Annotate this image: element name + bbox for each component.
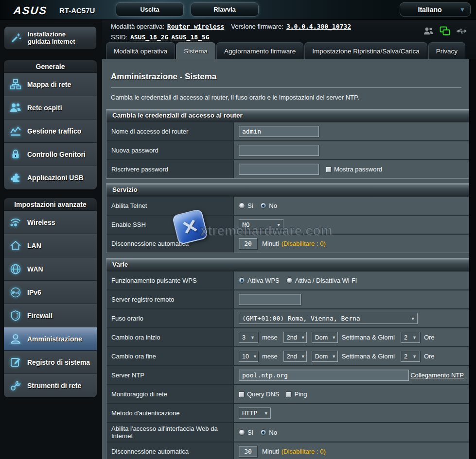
chevron-down-icon: ▼ [278, 222, 280, 227]
ntp-link[interactable]: Collegamento NTP [410, 372, 464, 379]
sidebar-item-label: WAN [27, 265, 90, 273]
language-dropdown[interactable]: Italiano ▼ [400, 2, 471, 17]
tab-system[interactable]: Sistema [176, 42, 215, 59]
show-password-checkbox[interactable] [326, 167, 332, 172]
sidebar-item-ipv6[interactable]: IPv6 IPv6 [4, 281, 97, 304]
chevron-down-icon: ▼ [412, 316, 414, 321]
sidebar-item-firewall[interactable]: Firewall [4, 304, 97, 327]
dst-end-day-select[interactable]: Dom▼ [312, 351, 338, 362]
dst-start-week-select[interactable]: 2nd▼ [283, 332, 307, 343]
tab-bar: Modalità operativa Sistema Aggiornamento… [106, 42, 465, 59]
select-value: (GMT+01:00) Roma, Vienna, Berna [242, 315, 360, 322]
disable-hint: (Disabilitare : 0) [282, 240, 326, 247]
credentials-table: Cambia le credenziali di accesso al rout… [106, 109, 469, 179]
field-label: Monitoraggio di rete [111, 391, 167, 398]
sidebar-item-guest-network[interactable]: Rete ospiti [4, 96, 97, 119]
tab-restore-save-upload[interactable]: Impostazione Ripristina/Salva/Carica [304, 42, 427, 59]
clients-icon[interactable] [423, 26, 434, 36]
dst-start-hour-select[interactable]: 2▼ [401, 332, 420, 343]
field-label: Nuova password [111, 147, 159, 154]
sidebar-item-label: Rete ospiti [27, 104, 90, 112]
sidebar-item-usb-applications[interactable]: Applicazioni USB [4, 166, 97, 189]
table-row: Enable SSH NO ▼ [106, 215, 469, 234]
field-label: Server NTP [111, 372, 144, 379]
sidebar-item-network-map[interactable]: Mappa di rete [4, 73, 97, 96]
page-description: Cambia le credenziali di accesso al rout… [111, 94, 359, 101]
header-line-1: Modalità operativa:Router wirelessVersio… [111, 23, 351, 30]
dst-end-week-select[interactable]: 2nd▼ [283, 351, 307, 362]
ssid-2g-link[interactable]: ASUS_18_2G [130, 34, 168, 41]
sidebar-item-label: IPv6 [27, 289, 90, 296]
unit-label: Settimana & Giorni [342, 334, 395, 341]
sidebar-item-lan[interactable]: LAN [4, 234, 97, 257]
sidebar-item-administration[interactable]: Amministrazione [4, 327, 97, 351]
remote-log-server-input[interactable] [239, 294, 301, 305]
sidebar-item-label: Amministrazione [27, 335, 90, 343]
sidebar-item-wan[interactable]: WAN [4, 257, 97, 281]
sidebar-item-wireless[interactable]: Wireless [4, 211, 97, 234]
sidebar-item-parental-controls[interactable]: Controllo Genitori [4, 143, 97, 166]
dst-end-hour-select[interactable]: 2▼ [401, 351, 420, 362]
disable-hint: (Disabilitare : 0) [282, 448, 326, 455]
field-label: Abilita l'accesso all'interfaccia Web da… [111, 425, 228, 440]
auth-method-select[interactable]: HTTP ▼ [239, 408, 271, 419]
sidebar-item-label: LAN [27, 242, 90, 250]
note-pencil-icon [4, 356, 27, 369]
sidebar-item-system-log[interactable]: Registro di sistema [4, 351, 97, 374]
usb-icon[interactable] [456, 26, 468, 36]
table-row: Abilita Telnet Sì No [106, 196, 469, 215]
language-value: Italiano [400, 6, 459, 14]
radio-label: Attiva / Disattiva Wi-Fi [295, 277, 357, 284]
house-icon [4, 239, 27, 252]
dst-start-day-select[interactable]: Dom▼ [312, 332, 338, 343]
section-header: Cambia le credenziali di accesso al rout… [106, 109, 469, 121]
login-name-input[interactable] [239, 126, 319, 137]
traffic-chart-icon [4, 125, 27, 137]
web-access-no-radio[interactable] [260, 429, 266, 436]
sidebar-item-traffic-manager[interactable]: Gestione traffico [4, 119, 97, 143]
logout-button[interactable]: Uscita [116, 2, 184, 17]
misc-table: Varie Funzionamento pulsante WPS Attiva … [106, 258, 469, 459]
firmware-link[interactable]: 3.0.0.4.380_10732 [286, 23, 351, 30]
guests-icon [4, 102, 27, 114]
telnet-no-radio[interactable] [260, 203, 266, 209]
globe-icon [4, 263, 27, 275]
dns-query-checkbox[interactable] [239, 391, 245, 397]
field-label: Fuso orario [111, 315, 143, 322]
ntp-server-input[interactable] [239, 370, 409, 381]
reboot-button[interactable]: Riavvia [191, 2, 259, 17]
wifi-toggle-radio[interactable] [286, 277, 293, 284]
ssh-select[interactable]: NO ▼ [239, 219, 283, 230]
sidebar-item-label: Firewall [27, 312, 90, 320]
tab-privacy[interactable]: Privacy [428, 42, 465, 59]
timezone-select[interactable]: (GMT+01:00) Roma, Vienna, Berna ▼ [239, 313, 418, 324]
tab-firmware-upgrade[interactable]: Aggiornamento firmware [216, 42, 303, 59]
dst-start-month-select[interactable]: 3▼ [239, 332, 258, 343]
checkbox-label: Ping [294, 391, 307, 398]
retype-password-input[interactable] [239, 164, 319, 175]
autologout-minutes-input[interactable] [239, 238, 257, 249]
sidebar-group-title: Impostazioni avanzate [4, 198, 97, 211]
web-access-yes-radio[interactable] [239, 429, 245, 436]
radio-label: Attiva WPS [247, 277, 280, 284]
ssid-5g-link[interactable]: ASUS_18_5G [171, 34, 209, 41]
tab-operation-mode[interactable]: Modalità operativa [106, 42, 175, 59]
field-label: Cambio ora inizio [111, 334, 160, 341]
sidebar-item-label: Wireless [27, 219, 90, 226]
connected-devices-icon[interactable] [439, 26, 451, 36]
ping-checkbox[interactable] [286, 391, 292, 397]
telnet-yes-radio[interactable] [239, 203, 245, 209]
sidebar-item-label: Registro di sistema [27, 358, 90, 366]
sidebar-item-quick-setup[interactable]: Installazione guidata Internet [4, 26, 97, 50]
sidebar: Installazione guidata Internet Generale … [0, 20, 102, 459]
unit-label: mese [262, 353, 278, 360]
person-icon [4, 333, 27, 345]
web-autologout-minutes-input[interactable] [239, 446, 257, 457]
dst-end-month-select[interactable]: 10▼ [239, 351, 258, 362]
field-label: Server registro remoto [111, 296, 174, 303]
new-password-input[interactable] [239, 145, 319, 156]
chevron-down-icon: ▼ [301, 354, 305, 359]
op-mode-link[interactable]: Router wireless [167, 23, 224, 30]
wps-toggle-radio[interactable] [239, 277, 245, 284]
sidebar-item-network-tools[interactable]: Strumenti di rete [4, 374, 97, 397]
